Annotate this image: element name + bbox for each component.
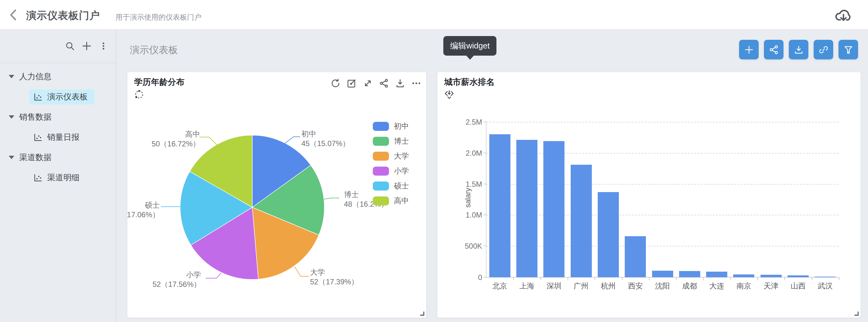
x-category-label: 天津: [755, 281, 786, 291]
back-chevron-icon: [6, 7, 22, 23]
bar-杭州[interactable]: [598, 192, 619, 277]
y-axis-line: [486, 121, 487, 277]
header: 演示仪表板门户 用于演示使用的仪表板门户: [0, 0, 868, 30]
sidebar-tree: 人力信息 演示仪表板 销售数据 销量日报: [0, 66, 116, 188]
bar-chart: salary 2.5M 2.0M 1.5M 1.0M 500K 0: [437, 72, 861, 318]
x-category-label: 武汉: [810, 281, 841, 291]
cloud-download-button[interactable]: [834, 6, 853, 24]
bar-深圳[interactable]: [544, 141, 564, 277]
legend-swatch: [373, 197, 389, 205]
chart-icon: [34, 133, 43, 142]
pie-label-chuzhong: 初中45（15.07%）: [301, 129, 350, 148]
y-tick-label: 0: [439, 273, 482, 282]
bar-西安[interactable]: [625, 236, 646, 277]
x-tick: [567, 277, 568, 280]
edit-widget-tooltip: 编辑widget: [443, 36, 496, 56]
x-category-label: 山西: [782, 281, 814, 291]
x-category-label: 西安: [620, 281, 651, 291]
chart-icon: [34, 173, 43, 182]
pie-label-leader: [324, 198, 339, 199]
group-label: 人力信息: [19, 71, 52, 82]
pie-label-daxue: 大学52（17.39%）: [310, 267, 359, 287]
x-tick: [731, 277, 731, 280]
dashboard-title: 演示仪表板: [130, 43, 178, 57]
sidebar-toolbar: [64, 40, 109, 52]
bar-山西[interactable]: [787, 275, 809, 277]
bar-沈阳[interactable]: [652, 271, 673, 277]
x-tick: [540, 277, 541, 280]
sidebar-item-channel-detail[interactable]: 渠道明细: [0, 168, 116, 188]
sidebar-item-demo-dashboard[interactable]: 演示仪表板: [0, 87, 116, 107]
chart-icon: [34, 92, 43, 101]
bar-大连[interactable]: [706, 272, 727, 277]
bar-北京[interactable]: [489, 134, 510, 277]
y-tick-label: 2.0M: [439, 149, 482, 157]
x-category-label: 成都: [674, 281, 705, 291]
sidebar-divider: [0, 63, 116, 63]
legend-swatch: [373, 167, 389, 176]
sidebar: 人力信息 演示仪表板 销售数据 销量日报: [0, 30, 117, 322]
widget-city-salary-bar: 城市薪水排名 salary 2.5M 2.0M 1.5M 1.0M 500K 0: [437, 72, 861, 318]
page-subtitle: 用于演示使用的仪表板门户: [116, 12, 201, 22]
y-tick: [484, 245, 486, 246]
y-tick: [484, 121, 486, 122]
bar-天津[interactable]: [761, 275, 782, 277]
more-vertical-icon[interactable]: [98, 40, 109, 52]
item-label: 销量日报: [47, 132, 80, 143]
group-label: 渠道数据: [19, 152, 52, 163]
x-category-label: 北京: [484, 281, 516, 291]
legend-swatch: [373, 152, 389, 161]
plus-icon[interactable]: [81, 40, 92, 52]
caret-down-icon: [9, 115, 14, 119]
filter-button[interactable]: [838, 40, 858, 59]
link-button[interactable]: [814, 40, 833, 59]
sidebar-group-sales[interactable]: 销售数据: [0, 107, 116, 127]
gridline: [486, 246, 839, 246]
y-tick: [484, 153, 486, 153]
widget-resize-handle[interactable]: [853, 310, 859, 316]
add-widget-button[interactable]: [739, 40, 758, 59]
item-label: 渠道明细: [47, 172, 80, 183]
share-button[interactable]: [764, 40, 783, 59]
y-tick-label: 2.5M: [439, 118, 482, 126]
app: 演示仪表板门户 用于演示使用的仪表板门户: [0, 0, 868, 322]
y-tick-label: 1.0M: [439, 211, 482, 219]
pie-label-gaozhong: 高中50（16.72%）: [127, 129, 200, 149]
bar-广州[interactable]: [571, 165, 592, 277]
link-icon: [818, 45, 829, 55]
sidebar-group-hr[interactable]: 人力信息: [0, 66, 116, 87]
legend-swatch: [373, 122, 389, 131]
pie-label-leader: [206, 273, 221, 278]
bar-南京[interactable]: [733, 274, 754, 277]
y-tick: [484, 214, 486, 215]
x-tick: [784, 277, 785, 280]
bar-上海[interactable]: [516, 140, 537, 277]
back-button[interactable]: [6, 7, 22, 23]
legend-item[interactable]: 小学: [373, 164, 409, 178]
page-title: 演示仪表板门户: [26, 9, 100, 23]
sidebar-item-sales-daily[interactable]: 销量日报: [0, 127, 116, 147]
bar-成都[interactable]: [679, 271, 700, 277]
legend-swatch: [373, 137, 389, 146]
caret-down-icon: [9, 75, 14, 78]
main-content: 演示仪表板 编辑widget 学历年龄分布: [117, 30, 868, 322]
legend-item[interactable]: 大学: [373, 149, 409, 164]
search-icon[interactable]: [64, 40, 75, 52]
legend-swatch: [373, 181, 389, 191]
x-category-label: 杭州: [593, 281, 624, 291]
legend-item[interactable]: 初中: [373, 119, 409, 134]
x-category-label: 深圳: [538, 281, 569, 291]
legend-item[interactable]: 高中: [373, 193, 409, 208]
y-tick: [484, 184, 486, 184]
legend-item[interactable]: 硕士: [373, 178, 409, 193]
export-button[interactable]: [789, 40, 808, 59]
bar-武汉[interactable]: [814, 276, 836, 277]
widget-resize-handle[interactable]: [419, 310, 425, 316]
share-icon: [769, 45, 779, 55]
x-category-label: 南京: [728, 281, 759, 291]
sidebar-group-channel[interactable]: 渠道数据: [0, 147, 116, 168]
pie-label-shuoshi: 硕士51（17.06%）: [127, 200, 160, 219]
x-category-label: 上海: [512, 281, 542, 291]
legend-item[interactable]: 博士: [373, 134, 409, 149]
caret-down-icon: [9, 156, 14, 159]
